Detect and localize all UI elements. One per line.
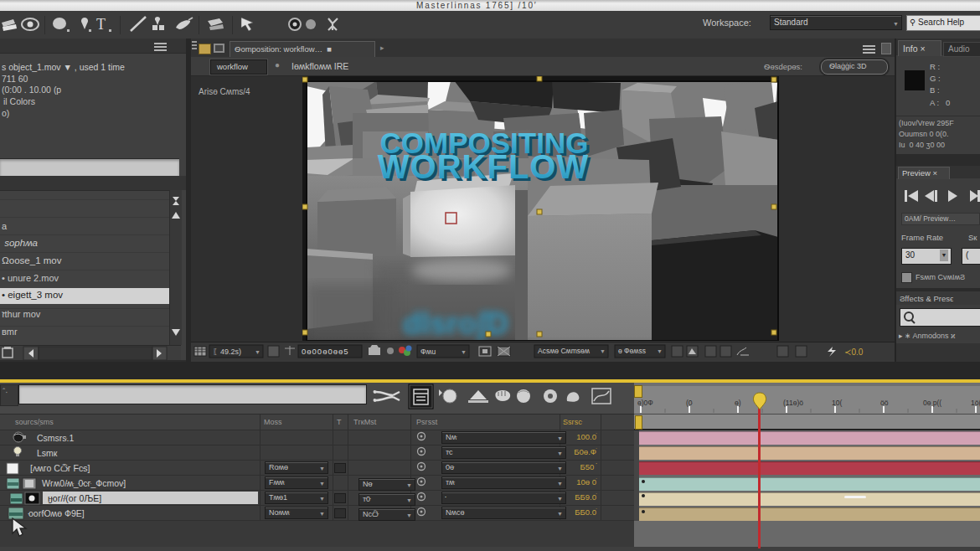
svg-text:T: T <box>96 16 106 33</box>
svg-text:Фʍu: Фʍu <box>420 348 436 356</box>
svg-text:0ө р((: 0ө р(( <box>923 399 941 407</box>
svg-text:▼: ▼ <box>255 349 260 355</box>
svg-text:Аϲѕʍө Cʍmѕөʍ: Аϲѕʍө Cʍmѕөʍ <box>538 347 591 355</box>
svg-text:ӧּӧ: ӧּӧ <box>880 399 889 407</box>
svg-text:dlsroʃD: dlsroʃD <box>403 306 508 341</box>
svg-text:≺0.0: ≺0.0 <box>844 348 864 357</box>
svg-text:1ӧ(: 1ӧ( <box>971 399 980 407</box>
svg-text:0ө00ө0өө5: 0ө00ө0өө5 <box>302 347 349 356</box>
svg-text:〖49.2ѕ): 〖49.2ѕ) <box>213 348 241 356</box>
svg-text:▼: ▼ <box>461 349 467 355</box>
svg-text:ө Фөʍѕѕ: ө Фөʍѕѕ <box>618 347 646 355</box>
svg-text:▼: ▼ <box>600 348 606 354</box>
svg-text:10(: 10( <box>832 399 842 407</box>
svg-text:өּ): өּ) <box>735 399 741 407</box>
svg-text:ө)0Ф: ө)0Ф <box>637 399 653 407</box>
svg-text:WORKFLOW: WORKFLOW <box>378 148 589 185</box>
svg-text:▼: ▼ <box>657 348 663 354</box>
svg-text:(11ө)ּӧ: (11ө)ּӧ <box>783 399 803 407</box>
svg-text:(0ּ: (0ּ <box>686 399 694 407</box>
